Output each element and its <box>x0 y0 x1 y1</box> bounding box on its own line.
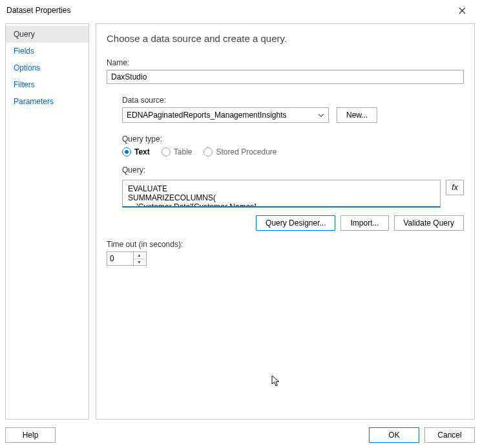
radio-storedprocedure[interactable]: Stored Procedure <box>203 147 277 156</box>
sidebar-item-options[interactable]: Options <box>6 59 89 76</box>
radio-icon <box>122 147 131 156</box>
help-button[interactable]: Help <box>5 427 56 443</box>
cancel-button[interactable]: Cancel <box>424 427 475 443</box>
titlebar: Dataset Properties <box>0 0 480 19</box>
radio-table[interactable]: Table <box>162 147 193 156</box>
sidebar-item-label: Query <box>14 30 35 39</box>
radio-icon <box>203 147 213 156</box>
radio-icon <box>162 147 171 156</box>
new-datasource-button[interactable]: New... <box>337 107 377 123</box>
timeout-group: Time out (in seconds): ▲ ▼ <box>107 240 464 266</box>
radio-label: Text <box>134 147 150 156</box>
radio-label: Table <box>174 147 193 156</box>
querytype-group: Query type: Text Table Stored Procedure <box>122 134 464 156</box>
query-textarea[interactable] <box>123 180 440 206</box>
name-label: Name: <box>107 58 464 67</box>
spinner-up-button[interactable]: ▲ <box>134 252 145 259</box>
radio-label: Stored Procedure <box>216 147 277 156</box>
expression-button[interactable]: fx <box>446 180 464 195</box>
name-input[interactable] <box>107 70 464 84</box>
sidebar-item-label: Parameters <box>14 97 54 106</box>
query-designer-button[interactable]: Query Designer... <box>256 215 335 231</box>
datasource-select[interactable]: EDNAPaginatedReports_ManagementInsights <box>122 107 329 123</box>
sidebar-item-fields[interactable]: Fields <box>6 43 89 59</box>
validate-query-button[interactable]: Validate Query <box>394 215 464 231</box>
radio-text[interactable]: Text <box>122 147 150 156</box>
window-title: Dataset Properties <box>6 6 70 15</box>
import-button[interactable]: Import... <box>340 215 388 231</box>
sidebar-item-label: Filters <box>14 80 35 89</box>
close-button[interactable] <box>450 3 474 18</box>
fx-icon: fx <box>452 183 457 192</box>
sidebar-item-label: Options <box>14 63 40 72</box>
sidebar-item-query[interactable]: Query <box>6 26 89 43</box>
timeout-spinner[interactable]: ▲ ▼ <box>107 251 147 266</box>
datasource-value: EDNAPaginatedReports_ManagementInsights <box>127 111 286 120</box>
sidebar-item-filters[interactable]: Filters <box>6 76 89 93</box>
datasource-label: Data source: <box>122 96 464 105</box>
footer: Help OK Cancel <box>0 422 480 448</box>
querytype-label: Query type: <box>122 134 464 144</box>
spinner-down-button[interactable]: ▼ <box>134 259 145 266</box>
timeout-label: Time out (in seconds): <box>107 240 464 249</box>
sidebar: Query Fields Options Filters Parameters <box>5 23 89 420</box>
main-panel: Choose a data source and create a query.… <box>96 23 475 420</box>
timeout-input[interactable] <box>107 252 133 265</box>
sidebar-item-label: Fields <box>14 47 34 56</box>
query-label: Query: <box>122 165 464 175</box>
ok-button[interactable]: OK <box>369 427 419 443</box>
name-field-group: Name: <box>107 58 464 84</box>
content-area: Query Fields Options Filters Parameters … <box>0 19 480 422</box>
query-group: Query: fx Query Designer... Import... Va… <box>122 165 464 231</box>
chevron-down-icon <box>318 110 324 119</box>
close-icon <box>459 7 466 14</box>
sidebar-item-parameters[interactable]: Parameters <box>6 93 89 110</box>
page-heading: Choose a data source and create a query. <box>107 33 464 44</box>
datasource-group: Data source: EDNAPaginatedReports_Manage… <box>122 96 464 123</box>
